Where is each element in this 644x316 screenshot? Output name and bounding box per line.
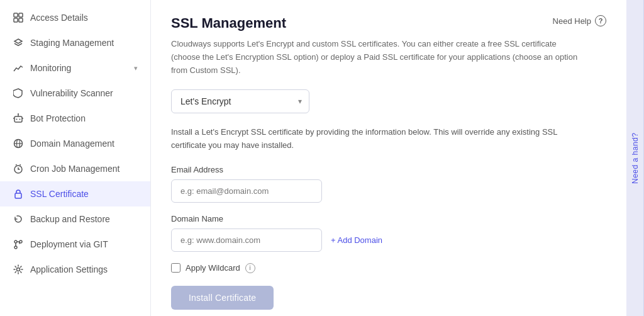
sidebar-item-bot-protection[interactable]: Bot Protection — [0, 106, 150, 131]
sidebar-label-vulnerability-scanner: Vulnerability Scanner — [30, 88, 113, 98]
sidebar-label-staging-management: Staging Management — [30, 38, 114, 48]
sidebar-item-staging-management[interactable]: Staging Management — [0, 30, 150, 55]
sidebar-item-backup-and-restore[interactable]: Backup and Restore — [0, 206, 150, 232]
grid-icon — [13, 12, 24, 23]
sidebar-item-monitoring[interactable]: Monitoring ▾ — [0, 55, 150, 81]
svg-rect-0 — [14, 13, 18, 17]
email-input[interactable] — [171, 179, 322, 203]
clock-icon — [13, 163, 24, 174]
sidebar-label-monitoring: Monitoring — [30, 63, 71, 73]
domain-label: Domain Name — [171, 214, 606, 223]
svg-line-16 — [16, 164, 17, 166]
shield-icon — [13, 87, 24, 99]
email-label: Email Address — [171, 165, 606, 174]
bot-icon — [13, 113, 24, 124]
need-help-button[interactable]: Need Help ? — [553, 15, 606, 26]
sidebar-item-domain-management[interactable]: Domain Management — [0, 131, 150, 156]
email-form-group: Email Address — [171, 165, 606, 203]
sidebar-label-application-settings: Application Settings — [30, 264, 108, 274]
sidebar-item-ssl-certificate[interactable]: SSL Certificate — [0, 181, 150, 206]
svg-rect-1 — [19, 13, 23, 17]
page-header: SSL Management Need Help ? — [171, 15, 606, 31]
need-help-label: Need Help — [553, 16, 591, 26]
svg-point-9 — [18, 113, 19, 115]
need-a-hand-tab[interactable]: Need a hand? — [626, 0, 644, 316]
domain-row: + Add Domain — [171, 229, 606, 252]
sidebar-label-backup-and-restore: Backup and Restore — [30, 214, 110, 224]
sidebar-item-access-details[interactable]: Access Details — [0, 5, 150, 30]
git-icon — [13, 239, 24, 250]
lock-icon — [13, 188, 24, 200]
svg-rect-18 — [15, 193, 21, 198]
globe-icon — [13, 138, 24, 149]
sidebar: Access Details Staging Management Monito… — [0, 0, 151, 316]
sidebar-item-application-settings[interactable]: Application Settings — [0, 257, 150, 282]
sidebar-label-deployment-via-git: Deployment via GIT — [30, 239, 108, 249]
restore-icon — [13, 213, 24, 225]
settings-icon — [13, 264, 24, 275]
sidebar-label-access-details: Access Details — [30, 13, 88, 23]
sidebar-item-cron-job-management[interactable]: Cron Job Management — [0, 156, 150, 181]
install-certificate-button[interactable]: Install Certificate — [171, 286, 274, 310]
layers-icon — [13, 37, 24, 48]
svg-marker-4 — [14, 39, 22, 43]
svg-rect-2 — [14, 18, 18, 22]
sidebar-label-domain-management: Domain Management — [30, 138, 114, 149]
svg-rect-3 — [19, 18, 23, 22]
install-info-text: Install a Let's Encrypt SSL certificate … — [171, 126, 580, 152]
svg-point-6 — [16, 119, 18, 120]
wildcard-info-icon[interactable]: i — [245, 263, 255, 273]
sidebar-item-vulnerability-scanner[interactable]: Vulnerability Scanner — [0, 81, 150, 106]
domain-form-group: Domain Name + Add Domain — [171, 214, 606, 252]
wildcard-checkbox[interactable] — [171, 263, 180, 273]
wildcard-label: Apply Wildcard — [186, 263, 240, 273]
sidebar-item-deployment-via-git[interactable]: Deployment via GIT — [0, 232, 150, 257]
need-a-hand-label: Need a hand? — [631, 132, 640, 183]
svg-line-17 — [20, 164, 21, 166]
ssl-description: Cloudways supports Let's Encrypt and cus… — [171, 38, 580, 77]
sidebar-label-cron-job-management: Cron Job Management — [30, 164, 119, 174]
wildcard-row: Apply Wildcard i — [171, 263, 606, 273]
ssl-type-select[interactable]: Let's Encrypt Custom SSL — [171, 89, 309, 113]
page-title: SSL Management — [171, 15, 286, 31]
domain-input[interactable] — [171, 229, 322, 252]
add-domain-button[interactable]: + Add Domain — [331, 235, 382, 245]
sidebar-label-ssl-certificate: SSL Certificate — [30, 189, 89, 199]
svg-point-7 — [19, 119, 21, 120]
sidebar-label-bot-protection: Bot Protection — [30, 113, 86, 123]
ssl-type-select-wrapper: Let's Encrypt Custom SSL ▾ — [171, 89, 309, 113]
help-circle-icon: ? — [595, 15, 606, 26]
svg-point-23 — [17, 268, 20, 271]
chevron-down-icon: ▾ — [134, 64, 138, 72]
chart-icon — [13, 62, 24, 74]
main-content: SSL Management Need Help ? Cloudways sup… — [151, 0, 626, 316]
svg-rect-5 — [14, 116, 22, 122]
